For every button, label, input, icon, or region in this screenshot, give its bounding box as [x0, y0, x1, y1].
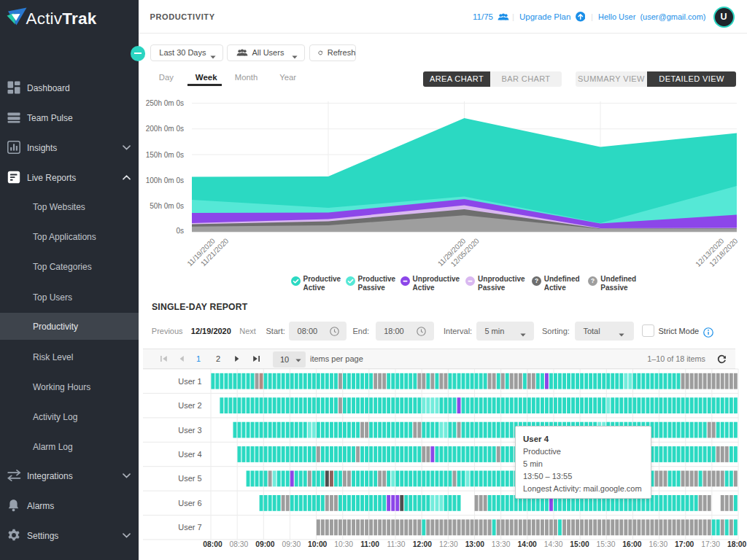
svg-text:08:30: 08:30 [230, 540, 249, 548]
svg-text:User 6: User 6 [178, 499, 201, 508]
svg-text:10:30: 10:30 [334, 540, 353, 548]
svg-text:User 5: User 5 [178, 474, 201, 483]
svg-text:User 3: User 3 [178, 426, 201, 435]
svg-text:User 7: User 7 [178, 523, 201, 532]
svg-text:11:00: 11:00 [360, 540, 379, 548]
svg-text:12:30: 12:30 [439, 540, 458, 548]
svg-text:13:00: 13:00 [465, 540, 485, 548]
svg-text:17:30: 17:30 [701, 540, 720, 548]
svg-text:14:00: 14:00 [518, 540, 538, 548]
svg-text:200h 0m 0s: 200h 0m 0s [146, 125, 184, 133]
svg-text:11:30: 11:30 [387, 540, 405, 548]
svg-text:08:00: 08:00 [203, 540, 222, 548]
svg-text:10:00: 10:00 [308, 540, 328, 548]
svg-text:User 4: User 4 [178, 450, 201, 459]
svg-text:17:00: 17:00 [675, 540, 694, 548]
svg-text:18:00: 18:00 [727, 540, 747, 548]
svg-text:09:30: 09:30 [282, 540, 301, 548]
svg-text:13:30: 13:30 [492, 540, 511, 548]
svg-text:0s: 0s [176, 227, 184, 235]
svg-text:User 1: User 1 [178, 377, 201, 386]
svg-text:50h 0m 0s: 50h 0m 0s [150, 202, 184, 210]
svg-text:100h 0m 0s: 100h 0m 0s [146, 176, 184, 184]
svg-text:User 2: User 2 [178, 401, 201, 410]
svg-text:16:00: 16:00 [622, 540, 642, 548]
svg-text:14:30: 14:30 [544, 540, 563, 548]
svg-text:12:00: 12:00 [413, 540, 433, 548]
svg-text:15:30: 15:30 [597, 540, 616, 548]
svg-text:?: ? [591, 277, 595, 284]
svg-text:09:00: 09:00 [255, 540, 275, 548]
svg-text:150h 0m 0s: 150h 0m 0s [146, 151, 184, 159]
svg-text:?: ? [535, 277, 538, 284]
svg-text:15:00: 15:00 [570, 540, 589, 548]
svg-text:16:30: 16:30 [649, 540, 667, 548]
svg-text:250h 0m 0s: 250h 0m 0s [146, 99, 184, 107]
svg-text:ActivTrak: ActivTrak [26, 9, 97, 28]
